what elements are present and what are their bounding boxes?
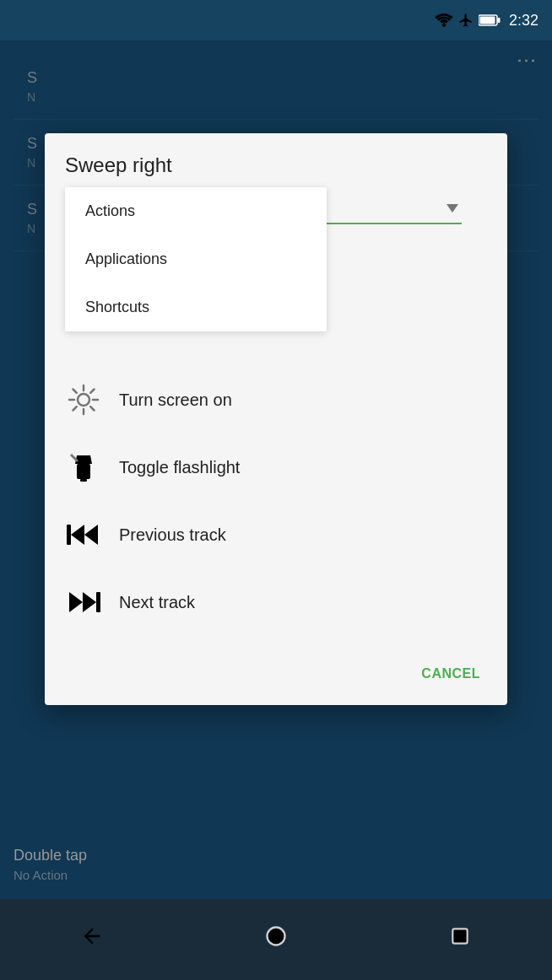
action-label-next-track: Next track [119,593,195,612]
battery-icon [479,13,501,27]
status-time: 2:32 [509,12,538,30]
action-item-turn-screen-on[interactable]: Turn screen on [45,366,507,433]
wifi-icon [435,13,453,27]
svg-rect-14 [80,479,87,482]
svg-rect-23 [452,929,467,943]
dropdown-menu[interactable]: Actions Applications Shortcuts [65,187,327,331]
status-icons: 2:32 [435,12,538,30]
home-button[interactable] [251,911,301,961]
dialog: Sweep right Actions Actions Applications… [45,133,507,705]
action-item-previous-track[interactable]: Previous track [45,501,507,568]
nav-bar [0,899,552,980]
svg-rect-16 [67,525,71,545]
svg-line-9 [90,407,94,410]
recents-button[interactable] [435,911,485,961]
action-item-toggle-flashlight[interactable]: Toggle flashlight [45,433,507,501]
svg-marker-20 [83,592,96,612]
svg-rect-1 [479,17,495,24]
dropdown-item-applications[interactable]: Applications [65,235,327,283]
svg-line-8 [73,390,77,393]
svg-marker-21 [69,592,83,612]
svg-line-11 [73,407,77,410]
action-item-next-track[interactable]: Next track [45,568,507,636]
action-label-previous-track: Previous track [119,525,226,545]
recents-icon [449,925,471,947]
next-track-icon [65,584,102,621]
back-button[interactable] [67,911,117,961]
svg-rect-2 [497,18,500,23]
screen-on-icon [65,381,102,418]
action-list: Turn screen on Toggle flashlight [45,359,507,643]
chevron-down-icon [446,204,458,213]
previous-track-icon [65,516,102,553]
airplane-icon [458,13,474,28]
svg-rect-19 [96,592,100,612]
back-icon [80,924,104,948]
svg-marker-17 [71,525,84,545]
cancel-button[interactable]: CANCEL [408,656,494,692]
dropdown-container[interactable]: Actions Actions Applications Shortcuts [65,194,487,224]
svg-point-22 [268,928,285,945]
home-icon [264,924,288,948]
svg-line-10 [90,390,94,393]
action-label-turn-screen-on: Turn screen on [119,390,232,410]
status-bar: 2:32 [0,0,552,40]
action-label-toggle-flashlight: Toggle flashlight [119,458,240,477]
dialog-overlay: Sweep right Actions Actions Applications… [0,40,552,899]
svg-point-3 [78,394,89,406]
dropdown-item-actions[interactable]: Actions [65,187,327,235]
dropdown-item-shortcuts[interactable]: Shortcuts [65,283,327,331]
dialog-footer: CANCEL [45,649,507,705]
svg-rect-13 [77,464,90,479]
flashlight-icon [65,449,102,486]
svg-marker-18 [84,525,98,545]
